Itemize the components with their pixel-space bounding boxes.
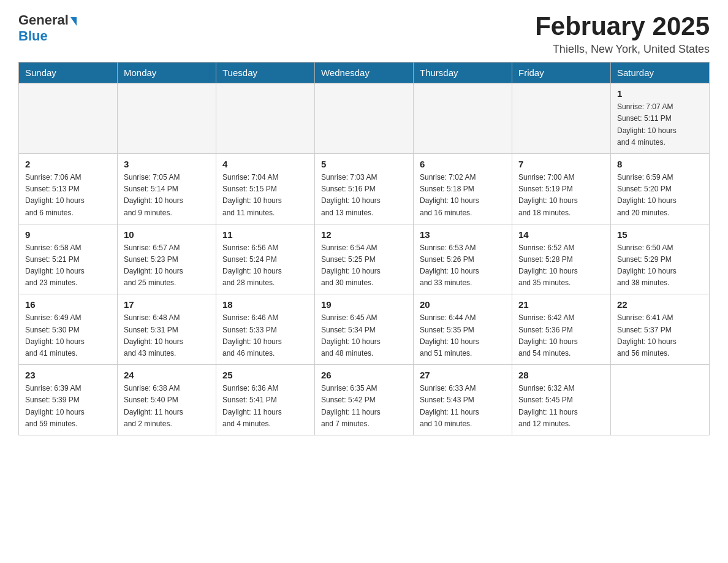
calendar-cell xyxy=(216,83,315,154)
day-number: 9 xyxy=(25,229,111,240)
day-number: 20 xyxy=(420,299,506,310)
calendar-table: SundayMondayTuesdayWednesdayThursdayFrid… xyxy=(18,62,710,435)
day-info: Sunrise: 6:38 AMSunset: 5:40 PMDaylight:… xyxy=(124,383,210,430)
calendar-cell xyxy=(19,83,118,154)
day-info: Sunrise: 7:06 AMSunset: 5:13 PMDaylight:… xyxy=(25,172,111,219)
logo-general-text: General xyxy=(18,12,69,28)
calendar-cell: 25Sunrise: 6:36 AMSunset: 5:41 PMDayligh… xyxy=(216,365,315,435)
calendar-cell: 28Sunrise: 6:32 AMSunset: 5:45 PMDayligh… xyxy=(512,365,611,435)
calendar-cell xyxy=(315,83,414,154)
day-info: Sunrise: 6:44 AMSunset: 5:35 PMDaylight:… xyxy=(420,312,506,359)
day-number: 11 xyxy=(222,229,308,240)
day-number: 28 xyxy=(518,370,604,380)
day-info: Sunrise: 7:05 AMSunset: 5:14 PMDaylight:… xyxy=(124,172,210,219)
day-number: 12 xyxy=(321,229,407,240)
day-number: 13 xyxy=(420,229,506,240)
weekday-header-tuesday: Tuesday xyxy=(216,63,315,83)
calendar-cell: 2Sunrise: 7:06 AMSunset: 5:13 PMDaylight… xyxy=(19,153,118,224)
day-info: Sunrise: 6:58 AMSunset: 5:21 PMDaylight:… xyxy=(25,242,111,289)
day-number: 4 xyxy=(222,159,308,169)
week-row-3: 9Sunrise: 6:58 AMSunset: 5:21 PMDaylight… xyxy=(19,224,710,294)
calendar-cell: 11Sunrise: 6:56 AMSunset: 5:24 PMDayligh… xyxy=(216,224,315,294)
day-number: 5 xyxy=(321,159,407,169)
calendar-cell: 18Sunrise: 6:46 AMSunset: 5:33 PMDayligh… xyxy=(216,294,315,365)
day-info: Sunrise: 6:45 AMSunset: 5:34 PMDaylight:… xyxy=(321,312,407,359)
calendar-cell xyxy=(118,83,216,154)
day-number: 15 xyxy=(617,229,703,240)
logo-arrow-icon xyxy=(70,17,77,26)
logo-blue-text: Blue xyxy=(18,28,48,44)
day-number: 6 xyxy=(420,159,506,169)
day-info: Sunrise: 6:32 AMSunset: 5:45 PMDaylight:… xyxy=(518,383,604,430)
calendar-cell: 9Sunrise: 6:58 AMSunset: 5:21 PMDaylight… xyxy=(19,224,118,294)
day-number: 18 xyxy=(222,299,308,310)
day-info: Sunrise: 6:56 AMSunset: 5:24 PMDaylight:… xyxy=(222,242,308,289)
calendar-cell: 5Sunrise: 7:03 AMSunset: 5:16 PMDaylight… xyxy=(315,153,414,224)
calendar-cell: 3Sunrise: 7:05 AMSunset: 5:14 PMDaylight… xyxy=(118,153,216,224)
weekday-header-saturday: Saturday xyxy=(611,63,710,83)
day-number: 27 xyxy=(420,370,506,380)
calendar-cell: 26Sunrise: 6:35 AMSunset: 5:42 PMDayligh… xyxy=(315,365,414,435)
calendar-cell: 23Sunrise: 6:39 AMSunset: 5:39 PMDayligh… xyxy=(19,365,118,435)
day-info: Sunrise: 6:57 AMSunset: 5:23 PMDaylight:… xyxy=(124,242,210,289)
weekday-header-monday: Monday xyxy=(118,63,216,83)
calendar-cell: 17Sunrise: 6:48 AMSunset: 5:31 PMDayligh… xyxy=(118,294,216,365)
day-info: Sunrise: 6:59 AMSunset: 5:20 PMDaylight:… xyxy=(617,172,703,219)
day-info: Sunrise: 6:39 AMSunset: 5:39 PMDaylight:… xyxy=(25,383,111,430)
day-number: 22 xyxy=(617,299,703,310)
location-text: Thiells, New York, United States xyxy=(535,43,710,56)
day-info: Sunrise: 7:02 AMSunset: 5:18 PMDaylight:… xyxy=(420,172,506,219)
day-info: Sunrise: 6:46 AMSunset: 5:33 PMDaylight:… xyxy=(222,312,308,359)
day-info: Sunrise: 6:41 AMSunset: 5:37 PMDaylight:… xyxy=(617,312,703,359)
calendar-cell: 13Sunrise: 6:53 AMSunset: 5:26 PMDayligh… xyxy=(414,224,512,294)
day-number: 7 xyxy=(518,159,604,169)
calendar-cell: 21Sunrise: 6:42 AMSunset: 5:36 PMDayligh… xyxy=(512,294,611,365)
calendar-cell: 20Sunrise: 6:44 AMSunset: 5:35 PMDayligh… xyxy=(414,294,512,365)
day-info: Sunrise: 6:54 AMSunset: 5:25 PMDaylight:… xyxy=(321,242,407,289)
day-number: 16 xyxy=(25,299,111,310)
calendar-cell: 19Sunrise: 6:45 AMSunset: 5:34 PMDayligh… xyxy=(315,294,414,365)
day-info: Sunrise: 6:49 AMSunset: 5:30 PMDaylight:… xyxy=(25,312,111,359)
day-number: 24 xyxy=(124,370,210,380)
calendar-cell xyxy=(611,365,710,435)
logo: General Blue xyxy=(18,12,77,44)
weekday-header-row: SundayMondayTuesdayWednesdayThursdayFrid… xyxy=(19,63,710,83)
calendar-cell: 14Sunrise: 6:52 AMSunset: 5:28 PMDayligh… xyxy=(512,224,611,294)
calendar-cell: 22Sunrise: 6:41 AMSunset: 5:37 PMDayligh… xyxy=(611,294,710,365)
day-info: Sunrise: 6:50 AMSunset: 5:29 PMDaylight:… xyxy=(617,242,703,289)
calendar-cell: 16Sunrise: 6:49 AMSunset: 5:30 PMDayligh… xyxy=(19,294,118,365)
day-info: Sunrise: 7:00 AMSunset: 5:19 PMDaylight:… xyxy=(518,172,604,219)
day-number: 23 xyxy=(25,370,111,380)
day-info: Sunrise: 6:33 AMSunset: 5:43 PMDaylight:… xyxy=(420,383,506,430)
day-number: 8 xyxy=(617,159,703,169)
day-number: 26 xyxy=(321,370,407,380)
day-info: Sunrise: 7:04 AMSunset: 5:15 PMDaylight:… xyxy=(222,172,308,219)
page-header: General Blue February 2025 Thiells, New … xyxy=(18,12,710,56)
day-number: 3 xyxy=(124,159,210,169)
day-info: Sunrise: 6:48 AMSunset: 5:31 PMDaylight:… xyxy=(124,312,210,359)
week-row-1: 1Sunrise: 7:07 AMSunset: 5:11 PMDaylight… xyxy=(19,83,710,154)
day-number: 10 xyxy=(124,229,210,240)
calendar-cell: 24Sunrise: 6:38 AMSunset: 5:40 PMDayligh… xyxy=(118,365,216,435)
day-info: Sunrise: 6:35 AMSunset: 5:42 PMDaylight:… xyxy=(321,383,407,430)
day-number: 2 xyxy=(25,159,111,169)
calendar-cell: 10Sunrise: 6:57 AMSunset: 5:23 PMDayligh… xyxy=(118,224,216,294)
calendar-cell: 1Sunrise: 7:07 AMSunset: 5:11 PMDaylight… xyxy=(611,83,710,154)
day-number: 21 xyxy=(518,299,604,310)
day-number: 14 xyxy=(518,229,604,240)
day-number: 1 xyxy=(617,88,703,99)
day-info: Sunrise: 6:53 AMSunset: 5:26 PMDaylight:… xyxy=(420,242,506,289)
week-row-4: 16Sunrise: 6:49 AMSunset: 5:30 PMDayligh… xyxy=(19,294,710,365)
week-row-5: 23Sunrise: 6:39 AMSunset: 5:39 PMDayligh… xyxy=(19,365,710,435)
day-info: Sunrise: 7:03 AMSunset: 5:16 PMDaylight:… xyxy=(321,172,407,219)
day-info: Sunrise: 6:42 AMSunset: 5:36 PMDaylight:… xyxy=(518,312,604,359)
calendar-cell: 7Sunrise: 7:00 AMSunset: 5:19 PMDaylight… xyxy=(512,153,611,224)
calendar-cell: 6Sunrise: 7:02 AMSunset: 5:18 PMDaylight… xyxy=(414,153,512,224)
weekday-header-wednesday: Wednesday xyxy=(315,63,414,83)
day-info: Sunrise: 6:36 AMSunset: 5:41 PMDaylight:… xyxy=(222,383,308,430)
title-section: February 2025 Thiells, New York, United … xyxy=(535,12,710,56)
calendar-cell xyxy=(512,83,611,154)
calendar-cell: 15Sunrise: 6:50 AMSunset: 5:29 PMDayligh… xyxy=(611,224,710,294)
calendar-cell: 8Sunrise: 6:59 AMSunset: 5:20 PMDaylight… xyxy=(611,153,710,224)
day-number: 19 xyxy=(321,299,407,310)
